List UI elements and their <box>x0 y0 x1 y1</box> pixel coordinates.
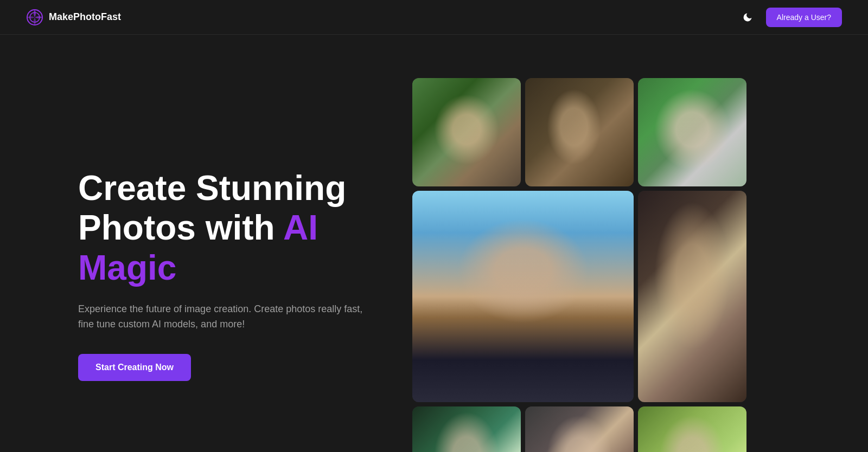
photo-cell-2 <box>525 78 634 186</box>
photo-cell-1 <box>412 78 521 186</box>
photo-cell-large <box>412 191 634 402</box>
photo-water-man <box>638 406 746 452</box>
photo-lakeside-man <box>412 406 521 452</box>
start-creating-button[interactable]: Start Creating Now <box>78 354 191 381</box>
photo-cell-5 <box>412 406 521 452</box>
navbar: MakePhotoFast Already a User? <box>0 0 868 35</box>
photo-cell-7 <box>638 406 746 452</box>
photo-forest-man <box>412 78 521 186</box>
photo-cell-4 <box>638 191 746 402</box>
hero-subtitle: Experience the future of image creation.… <box>78 301 369 333</box>
hero-title: Create Stunning Photos with AI Magic <box>78 169 369 288</box>
navbar-right: Already a User? <box>738 8 842 27</box>
photo-map-man <box>525 78 634 186</box>
already-user-button[interactable]: Already a User? <box>766 8 842 27</box>
photo-sunset-man <box>412 191 634 402</box>
dark-mode-toggle[interactable] <box>738 8 757 27</box>
brand-icon <box>26 9 43 26</box>
photo-cell-3 <box>638 78 746 186</box>
brand: MakePhotoFast <box>26 9 121 26</box>
hero-title-line1: Create Stunning <box>78 169 346 208</box>
photo-grid <box>412 35 868 452</box>
photo-room-man <box>525 406 634 452</box>
photo-formal-man <box>638 191 746 402</box>
photo-smiling-man <box>638 78 746 186</box>
brand-name: MakePhotoFast <box>49 11 121 23</box>
photo-cell-6 <box>525 406 634 452</box>
hero-left: Create Stunning Photos with AI Magic Exp… <box>0 35 412 452</box>
main-content: Create Stunning Photos with AI Magic Exp… <box>0 35 868 452</box>
moon-icon <box>742 12 753 23</box>
hero-title-line2-normal: Photos with <box>78 208 283 247</box>
